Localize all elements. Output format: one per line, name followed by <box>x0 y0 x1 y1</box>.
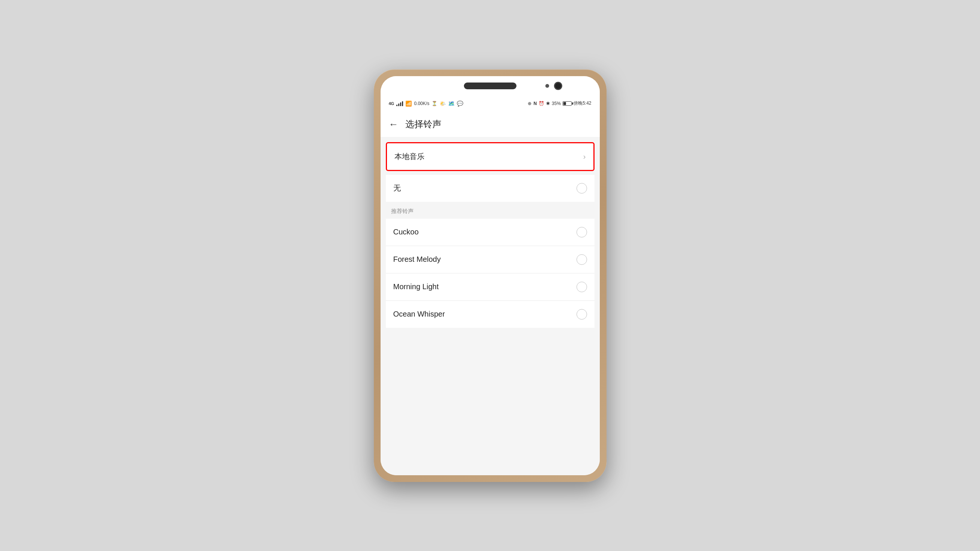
signal-bar-1 <box>396 105 398 106</box>
hourglass-icon: ⏳ <box>432 101 437 106</box>
signal-bar-4 <box>402 101 403 106</box>
cuckoo-radio-button[interactable] <box>576 227 587 237</box>
status-left: 4G 📶 0.00K/s ⏳ 🌤️ 🗺️ 💬 <box>389 100 463 106</box>
status-bar: 4G 📶 0.00K/s ⏳ 🌤️ 🗺️ 💬 ⊕ N ⏰ ✱ 3 <box>380 96 600 111</box>
app-content: ← 选择铃声 本地音乐 › 无 推荐铃声 Cuckoo <box>380 111 600 475</box>
nfc-icon: ⊕ <box>528 101 531 106</box>
wifi-icon: 📶 <box>406 100 412 106</box>
local-music-label: 本地音乐 <box>395 151 425 162</box>
camera-dot <box>554 82 562 90</box>
signal-bars <box>396 101 403 106</box>
network-speed: 0.00K/s <box>414 101 430 106</box>
alarm-icon: ⏰ <box>539 101 544 106</box>
none-option-row[interactable]: 无 <box>386 175 595 202</box>
signal-bar-2 <box>398 103 399 106</box>
ringtone-name: Ocean Whisper <box>393 310 445 318</box>
status-right: ⊕ N ⏰ ✱ 35% 傍晚5:42 <box>528 100 591 106</box>
phone-screen: 4G 📶 0.00K/s ⏳ 🌤️ 🗺️ 💬 ⊕ N ⏰ ✱ 3 <box>380 76 600 475</box>
morning-light-radio-button[interactable] <box>576 282 587 292</box>
back-button[interactable]: ← <box>389 119 399 129</box>
battery-fill <box>563 102 566 105</box>
ringtone-name: Morning Light <box>393 283 439 291</box>
ringtone-item-forest-melody[interactable]: Forest Melody <box>386 246 595 273</box>
phone-device: 4G 📶 0.00K/s ⏳ 🌤️ 🗺️ 💬 ⊕ N ⏰ ✱ 3 <box>374 69 606 482</box>
n-icon: N <box>533 101 537 106</box>
chevron-right-icon: › <box>583 152 586 161</box>
ringtone-list: Cuckoo Forest Melody Morning Light Ocean… <box>386 219 595 328</box>
section-header: 推荐铃声 <box>380 202 600 219</box>
battery-percent: 35% <box>552 101 561 106</box>
message-icon: 💬 <box>457 100 463 106</box>
weather-icon: 🌤️ <box>439 100 446 106</box>
ringtone-item-morning-light[interactable]: Morning Light <box>386 273 595 301</box>
battery-container <box>563 101 572 106</box>
map-icon: 🗺️ <box>448 100 455 106</box>
forest-melody-radio-button[interactable] <box>576 254 587 265</box>
app-header: ← 选择铃声 <box>380 111 600 137</box>
time: 傍晚5:42 <box>574 100 591 106</box>
section-label: 推荐铃声 <box>391 208 414 214</box>
signal-bar-3 <box>400 102 401 106</box>
battery-icon <box>563 101 572 106</box>
network-type: 4G <box>389 101 395 106</box>
none-radio-button[interactable] <box>576 183 587 194</box>
bluetooth-icon: ✱ <box>546 101 550 106</box>
sensor-dot <box>546 84 549 88</box>
phone-top-bar <box>380 76 600 96</box>
ringtone-item-cuckoo[interactable]: Cuckoo <box>386 219 595 246</box>
speaker-grille <box>464 83 517 89</box>
ringtone-item-ocean-whisper[interactable]: Ocean Whisper <box>386 301 595 328</box>
ringtone-name: Cuckoo <box>393 228 419 236</box>
page-title: 选择铃声 <box>406 118 441 130</box>
local-music-row[interactable]: 本地音乐 › <box>386 142 595 171</box>
none-label: 无 <box>393 183 401 193</box>
ocean-whisper-radio-button[interactable] <box>576 309 587 319</box>
ringtone-name: Forest Melody <box>393 255 441 264</box>
